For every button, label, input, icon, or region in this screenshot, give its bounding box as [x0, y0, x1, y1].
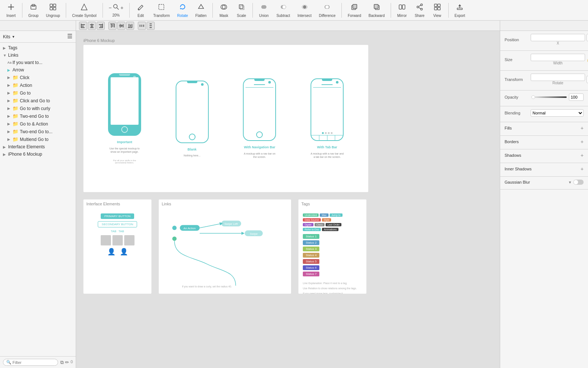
zoom-control[interactable]: − + 20% — [106, 2, 126, 19]
kits-bar: Kits ▼ — [0, 31, 76, 43]
align-center-h-button[interactable] — [88, 22, 96, 30]
flip-h-button[interactable] — [587, 76, 588, 83]
svg-marker-8 — [81, 4, 87, 10]
phone-label-blank: Blank — [187, 148, 197, 151]
insert-button[interactable]: Insert — [3, 1, 19, 19]
share-label: Share — [415, 14, 424, 18]
phone-tabbar — [311, 135, 343, 140]
sidebar-item-links[interactable]: ▼ Links — [0, 52, 76, 59]
sidebar-item-if-you-want[interactable]: Aa If you want to... — [0, 59, 76, 66]
intersect-button[interactable]: Intersect — [294, 1, 314, 19]
svg-rect-74 — [150, 25, 152, 26]
interface-chevron-icon: ▶ — [3, 145, 8, 149]
sidebar-item-two-end-go2[interactable]: ▶ 📁 Two-end Go to... — [0, 128, 76, 135]
panel-borders-section[interactable]: Borders + — [500, 136, 588, 149]
status-row-5: Status 5 — [303, 259, 362, 264]
go-to-chevron-icon: ▶ — [7, 91, 12, 95]
align-middle-v-button[interactable] — [117, 22, 125, 30]
ui-tabs: TAB TAB — [111, 230, 124, 233]
blur-chevron-icon[interactable]: ▼ — [568, 180, 572, 184]
subtract-button[interactable]: Subtract — [273, 1, 293, 19]
sidebar-item-two-end-go[interactable]: ▶ 📁 Two-end Go to — [0, 112, 76, 120]
sidebar-item-go-to[interactable]: ▶ 📁 Go to — [0, 89, 76, 97]
opacity-input[interactable] — [569, 93, 584, 101]
kits-dropdown[interactable]: Kits ▼ — [3, 34, 15, 39]
export-button[interactable]: Export — [452, 1, 468, 19]
sidebar-item-multiend-go[interactable]: ▶ 📁 Multiend Go to — [0, 135, 76, 143]
folder-icon-action: 📁 — [12, 82, 18, 88]
export-icon — [456, 3, 464, 13]
sidebar-item-interface-elements[interactable]: ▶ Interface Elements — [0, 143, 76, 151]
borders-add-icon[interactable]: + — [581, 139, 584, 145]
mask-button[interactable]: Mask — [216, 1, 232, 19]
position-x-input[interactable] — [531, 34, 585, 41]
svg-rect-70 — [140, 25, 140, 27]
sidebar-settings-icon[interactable] — [67, 33, 73, 40]
filter-search-icon: 🔍 — [6, 360, 11, 365]
phone-navbar-line — [254, 84, 265, 85]
panel-shadows-section[interactable]: Shadows + — [500, 149, 588, 163]
panel-fills-section[interactable]: Fills + — [500, 122, 588, 136]
rotate-button[interactable]: Rotate — [174, 1, 191, 19]
size-lock-icon[interactable]: 🔒 — [587, 57, 588, 62]
phone-desc-blank: Nothing here... — [184, 154, 201, 157]
create-symbol-button[interactable]: Create Symbol — [69, 1, 99, 19]
ui-person-2: 👤 — [120, 248, 128, 256]
filter-input-wrapper[interactable]: 🔍 — [3, 359, 58, 366]
align-top-button[interactable] — [108, 22, 116, 30]
sidebar-item-arrow[interactable]: ▶ Arrow — [0, 66, 76, 74]
position-y-input[interactable] — [587, 34, 588, 41]
difference-button[interactable]: Difference — [316, 1, 338, 19]
scale-button[interactable]: Scale — [233, 1, 250, 19]
size-width-input[interactable] — [531, 54, 585, 61]
align-left-button[interactable] — [79, 22, 87, 30]
edit-button[interactable]: Edit — [133, 1, 149, 19]
blur-label: Gaussian Blur — [505, 180, 530, 184]
sidebar-item-go-to-action[interactable]: ▶ 📁 Go to & Action — [0, 120, 76, 128]
distribute-v-button[interactable] — [147, 22, 155, 30]
artboard-iphone: iPhone 6 Mockup Important Use the specia… — [83, 38, 492, 192]
filter-copy-icon[interactable]: ⧉ — [60, 360, 64, 365]
sidebar-item-click[interactable]: ▶ 📁 Click — [0, 74, 76, 81]
blending-select[interactable]: Normal Multiply Screen Overlay — [531, 109, 584, 117]
group-button[interactable]: Group — [25, 1, 42, 19]
go-action-chevron-icon: ▶ — [7, 122, 12, 126]
inner-shadows-label: Inner Shadows — [505, 167, 531, 171]
align-right-button[interactable] — [97, 22, 105, 30]
flip-buttons — [587, 76, 588, 83]
mask-label: Mask — [219, 14, 228, 18]
flatten-button[interactable]: Flatten — [193, 1, 210, 19]
sidebar-item-click-and-go-to[interactable]: ▶ 📁 Click and Go to — [0, 97, 76, 105]
sidebar-item-go-to-curly[interactable]: ▶ 📁 Go to with curly — [0, 105, 76, 112]
panel-blur-section[interactable]: Gaussian Blur ▼ — [500, 177, 588, 190]
tag-row-1: Undecided Mac Jump to — [303, 213, 362, 217]
shadows-add-icon[interactable]: + — [581, 152, 584, 158]
opacity-slider[interactable] — [531, 96, 567, 98]
forward-button[interactable]: Forward — [345, 1, 364, 19]
position-row: Position X Y — [505, 34, 584, 45]
rotate-input[interactable] — [531, 74, 585, 81]
blur-toggle[interactable] — [573, 180, 584, 185]
opacity-thumb[interactable] — [531, 95, 535, 99]
transform-button[interactable]: Transform — [150, 1, 173, 19]
filter-input[interactable] — [12, 360, 55, 365]
share-button[interactable]: Share — [412, 1, 428, 19]
ungroup-button[interactable]: Ungroup — [43, 1, 63, 19]
panel-inner-shadows-section[interactable]: Inner Shadows + — [500, 163, 588, 177]
union-button[interactable]: Union — [256, 1, 272, 19]
mirror-button[interactable]: Mirror — [394, 1, 410, 19]
backward-button[interactable]: Backward — [366, 1, 388, 19]
filter-edit-icon[interactable]: ✏ — [65, 360, 69, 365]
inner-shadows-add-icon[interactable]: + — [581, 166, 584, 172]
sidebar-item-tags[interactable]: ▶ Tags — [0, 44, 76, 52]
distribute-h-button[interactable] — [138, 22, 146, 30]
view-button[interactable]: View — [429, 1, 445, 19]
sidebar-item-iphone-mockup[interactable]: ▶ iPhone 6 Mockup — [0, 151, 76, 158]
folder-icon-click: 📁 — [12, 75, 18, 80]
sidebar-item-action[interactable]: ▶ 📁 Action — [0, 81, 76, 89]
sep8 — [391, 3, 391, 18]
fills-add-icon[interactable]: + — [581, 125, 584, 131]
svg-rect-55 — [100, 26, 103, 26]
status-row-2: Status 2 — [303, 240, 362, 245]
align-bottom-button[interactable] — [126, 22, 134, 30]
